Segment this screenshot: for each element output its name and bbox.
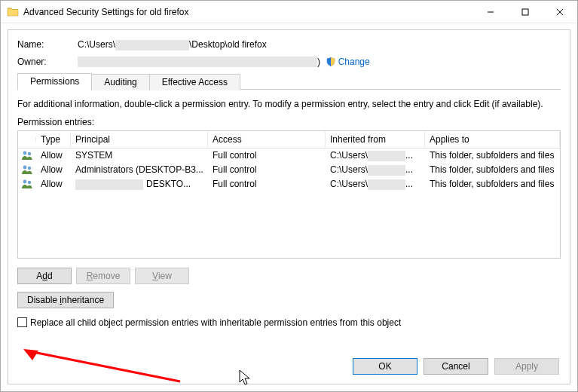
titlebar: Advanced Security Settings for old firef… [1,1,577,23]
minimize-button[interactable] [473,1,508,23]
cell-inherited: C:\Users\... [326,148,425,164]
tab-auditing[interactable]: Auditing [91,74,149,90]
main-panel: Name: C:\Users\\Desktop\old firefox Owne… [8,29,570,384]
name-value: C:\Users\\Desktop\old firefox [78,39,267,51]
svg-point-4 [23,152,27,155]
column-type[interactable]: Type [36,132,71,147]
svg-point-9 [28,181,31,184]
svg-rect-1 [522,9,528,15]
principal-icon [18,162,36,177]
tab-effective-access[interactable]: Effective Access [149,74,240,90]
cell-inherited: C:\Users\... [326,176,425,192]
maximize-button[interactable] [508,1,543,23]
svg-point-6 [23,166,27,170]
permission-list: Type Principal Access Inherited from App… [17,130,561,259]
folder-icon [7,6,19,18]
cell-principal: SYSTEM [71,148,208,163]
ok-button[interactable]: OK [353,358,417,375]
cell-access: Full control [208,176,326,191]
window-title: Advanced Security Settings for old firef… [23,7,473,17]
column-inherited[interactable]: Inherited from [326,132,425,147]
cell-inherited: C:\Users\... [326,162,425,178]
permission-entries-label: Permission entries: [17,117,561,127]
cell-access: Full control [208,162,326,177]
svg-point-7 [28,167,31,170]
close-button[interactable] [543,1,577,23]
disable-inheritance-button[interactable]: Disable inheritance [17,292,114,308]
cell-access: Full control [208,148,326,163]
shield-icon [326,57,336,67]
cell-applies: This folder, subfolders and files [425,148,560,163]
info-text: For additional information, double-click… [17,99,561,109]
column-applies[interactable]: Applies to [425,132,560,147]
window-controls [473,1,577,23]
svg-point-8 [23,180,27,184]
cell-type: Allow [36,148,71,163]
cancel-button[interactable]: Cancel [424,358,488,375]
cell-type: Allow [36,162,71,177]
cell-principal: Administrators (DESKTOP-B3... [71,162,208,177]
cell-type: Allow [36,176,71,191]
owner-label: Owner: [17,57,78,67]
cell-principal: DESKTO... [71,176,208,192]
apply-button: Apply [494,358,559,375]
remove-button: Remove [76,268,130,284]
owner-value: ) Change [78,57,370,67]
cell-applies: This folder, subfolders and files [425,176,560,191]
svg-point-5 [28,152,31,155]
table-row[interactable]: AllowSYSTEMFull controlC:\Users\...This … [18,149,560,163]
tab-permissions[interactable]: Permissions [17,73,92,90]
cell-applies: This folder, subfolders and files [425,162,560,177]
view-button: View [135,268,189,284]
column-access[interactable]: Access [208,132,326,147]
principal-icon [18,176,36,191]
table-row[interactable]: AllowDESKTO...Full controlC:\Users\...Th… [18,177,560,191]
name-label: Name: [17,39,78,50]
add-button[interactable]: Add [17,268,72,284]
principal-icon [18,148,36,163]
permission-list-header: Type Principal Access Inherited from App… [18,131,560,149]
table-row[interactable]: AllowAdministrators (DESKTOP-B3...Full c… [18,163,560,177]
replace-children-label: Replace all child object permission entr… [30,317,401,328]
change-owner-link[interactable]: Change [338,57,370,67]
replace-children-checkbox[interactable] [17,317,27,327]
tabs: Permissions Auditing Effective Access [17,73,561,90]
column-principal[interactable]: Principal [71,132,208,147]
